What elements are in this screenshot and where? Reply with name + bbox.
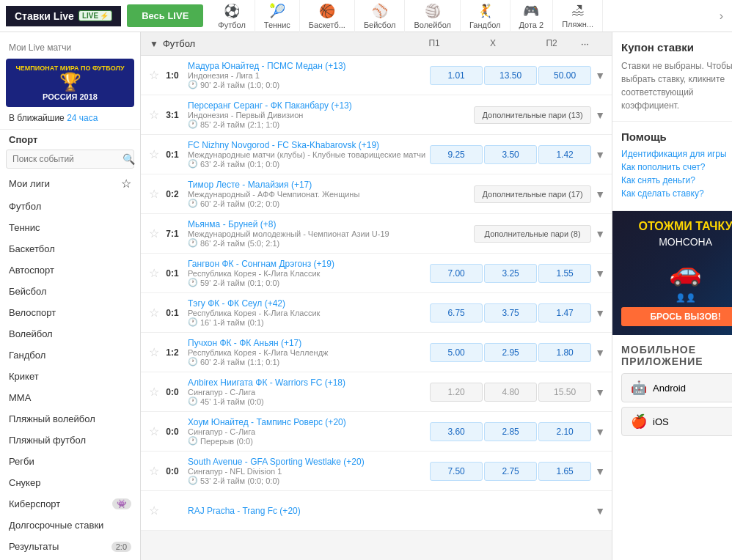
expand-icon[interactable]: ▼: [591, 347, 609, 358]
sport-tab-[interactable]: ⚾Бейсбол: [355, 0, 406, 32]
sidebar-item-3[interactable]: Баскетбол: [0, 238, 140, 259]
match-teams[interactable]: FC Nizhny Novgorod - FC Ska-Khabarovsk (…: [188, 140, 425, 150]
extra-markets[interactable]: Дополнительные пари (17): [474, 185, 591, 203]
sidebar-item-11[interactable]: Пляжный волейбол: [0, 408, 140, 430]
favorite-star[interactable]: ☆: [147, 464, 161, 478]
nav-right-arrow[interactable]: ›: [717, 10, 726, 23]
favorite-star[interactable]: ☆: [147, 147, 161, 161]
match-teams[interactable]: Мьянма - Бруней (+8): [188, 219, 469, 229]
odd-p2[interactable]: 15.50: [538, 383, 591, 402]
favorite-star[interactable]: ☆: [147, 108, 161, 122]
sport-tab-[interactable]: 🎾Теннис: [255, 0, 300, 32]
favorite-star[interactable]: ☆: [147, 266, 161, 280]
sport-tab-[interactable]: 🤾Гандбол: [461, 0, 510, 32]
odd-p1[interactable]: 6.75: [430, 303, 483, 323]
odd-p2[interactable]: 2.10: [538, 422, 591, 441]
odd-p2[interactable]: 50.00: [538, 66, 591, 85]
expand-icon[interactable]: ▼: [591, 386, 609, 398]
favorite-star[interactable]: ☆: [147, 187, 161, 201]
odd-p1[interactable]: 7.00: [430, 264, 483, 283]
nearest-hours-link[interactable]: 24 часа: [67, 113, 98, 123]
favorite-star[interactable]: ☆: [147, 306, 161, 320]
favorite-star[interactable]: ☆: [147, 385, 161, 399]
odd-p2[interactable]: 1.47: [538, 303, 591, 323]
expand-icon[interactable]: ▼: [591, 228, 609, 240]
match-teams[interactable]: Персеранг Серанг - ФК Паканбару (+13): [188, 100, 469, 111]
match-teams[interactable]: Тэгу ФК - ФК Сеул (+42): [188, 298, 425, 309]
expand-icon[interactable]: ▼: [591, 109, 609, 121]
match-teams[interactable]: Хоум Юнайтед - Тампинс Роверс (+20): [188, 417, 425, 427]
odd-x[interactable]: 2.75: [484, 462, 537, 481]
help-link[interactable]: Как пополнить счет?: [621, 162, 732, 172]
sidebar-item-2[interactable]: Теннис: [0, 217, 140, 238]
extra-markets[interactable]: Дополнительные пари (8): [474, 225, 591, 243]
odd-p1[interactable]: 7.50: [430, 462, 483, 481]
odd-p2[interactable]: 1.65: [538, 462, 591, 481]
all-live-button[interactable]: Весь LIVE: [127, 4, 203, 27]
match-teams[interactable]: Гангвон ФК - Сонгнам Дрэгонз (+19): [188, 259, 425, 269]
odd-p1[interactable]: 1.01: [430, 66, 483, 85]
sidebar-item-14[interactable]: Снукер: [0, 472, 140, 493]
search-box[interactable]: 🔍: [6, 150, 134, 169]
world-cup-banner[interactable]: ЧЕМПИОНАТ МИРА ПО ФУТБОЛУ 🏆 РОССИЯ 2018: [6, 59, 134, 107]
odd-x[interactable]: 3.50: [484, 145, 537, 164]
favorite-star[interactable]: ☆: [147, 345, 161, 359]
favorite-star[interactable]: ☆: [147, 226, 161, 240]
odd-p1[interactable]: 5.00: [430, 343, 483, 362]
odd-p2[interactable]: 1.42: [538, 145, 591, 164]
odd-x[interactable]: 3.25: [484, 264, 537, 283]
odd-x[interactable]: 2.85: [484, 422, 537, 441]
odd-p2[interactable]: 1.80: [538, 343, 591, 362]
sidebar-item-10[interactable]: MMA: [0, 387, 140, 408]
odd-p1[interactable]: 1.20: [430, 383, 483, 402]
sport-tab-[interactable]: ⚽Футбол: [209, 0, 255, 32]
extra-markets[interactable]: Дополнительные пари (13): [474, 106, 591, 124]
odd-p2[interactable]: 1.55: [538, 264, 591, 283]
promo-banner[interactable]: ОТОЖМИ ТАЧКУ МОНСОНА 🚗 👤👤 БРОСЬ ВЫЗОВ!: [612, 211, 732, 335]
android-button[interactable]: 🤖 Android: [621, 373, 732, 402]
expand-icon[interactable]: ▼: [591, 505, 609, 517]
odd-x[interactable]: 13.50: [484, 66, 537, 85]
sport-tab-[interactable]: 🏖Пляжн...: [553, 0, 603, 32]
collapse-icon[interactable]: ▼: [150, 39, 158, 49]
sidebar-item-0[interactable]: Мои лиги☆: [0, 172, 140, 196]
odd-x[interactable]: 3.75: [484, 303, 537, 323]
sidebar-item-5[interactable]: Бейсбол: [0, 281, 140, 302]
sidebar-item-9[interactable]: Крикет: [0, 366, 140, 387]
sidebar-item-6[interactable]: Велоспорт: [0, 302, 140, 323]
ios-button[interactable]: 🍎 iOS: [621, 407, 732, 436]
sidebar-item-7[interactable]: Волейбол: [0, 323, 140, 345]
help-link[interactable]: Как сделать ставку?: [621, 188, 732, 199]
sport-tab-[interactable]: 🏀Баскетб...: [300, 0, 355, 32]
favorite-star[interactable]: ☆: [147, 504, 161, 517]
match-teams[interactable]: South Avenue - GFA Sporting Westlake (+2…: [188, 457, 425, 467]
expand-icon[interactable]: ▼: [591, 188, 609, 200]
sidebar-item-8[interactable]: Гандбол: [0, 345, 140, 366]
help-link[interactable]: Как снять деньги?: [621, 175, 732, 185]
match-teams[interactable]: Алbirex Ниигата ФК - Warriors FC (+18): [188, 377, 425, 388]
expand-icon[interactable]: ▼: [591, 268, 609, 279]
sidebar-item-1[interactable]: Футбол: [0, 196, 140, 217]
match-teams[interactable]: Пучхон ФК - ФК Аньян (+17): [188, 338, 425, 348]
sidebar-results[interactable]: Результаты 2:0: [0, 536, 140, 557]
match-teams[interactable]: RAJ Pracha - Trang Fc (+20): [188, 506, 587, 516]
expand-icon[interactable]: ▼: [591, 70, 609, 81]
odd-p1[interactable]: 3.60: [430, 422, 483, 441]
expand-icon[interactable]: ▼: [591, 149, 609, 161]
favorite-star[interactable]: ☆: [147, 424, 161, 438]
odd-x[interactable]: 4.80: [484, 383, 537, 402]
promo-cta-button[interactable]: БРОСЬ ВЫЗОВ!: [621, 307, 732, 326]
sidebar-item-13[interactable]: Регби: [0, 451, 140, 472]
expand-icon[interactable]: ▼: [591, 307, 609, 319]
match-teams[interactable]: Мадура Юнайтед - ПСМС Медан (+13): [188, 61, 425, 71]
help-link[interactable]: Идентификация для игры: [621, 149, 732, 159]
sport-tab-[interactable]: 🏐Волейбол: [405, 0, 461, 32]
sidebar-item-15[interactable]: Киберспорт👾: [0, 493, 140, 515]
sidebar-item-12[interactable]: Пляжный футбол: [0, 430, 140, 451]
sport-tab-[interactable]: 🎮Дота 2: [510, 0, 554, 32]
sidebar-item-16[interactable]: Долгосрочные ставки: [0, 515, 140, 536]
sidebar-item-4[interactable]: Автоспорт: [0, 259, 140, 281]
expand-icon[interactable]: ▼: [591, 465, 609, 477]
favorite-star[interactable]: ☆: [147, 68, 161, 82]
odd-p1[interactable]: 9.25: [430, 145, 483, 164]
